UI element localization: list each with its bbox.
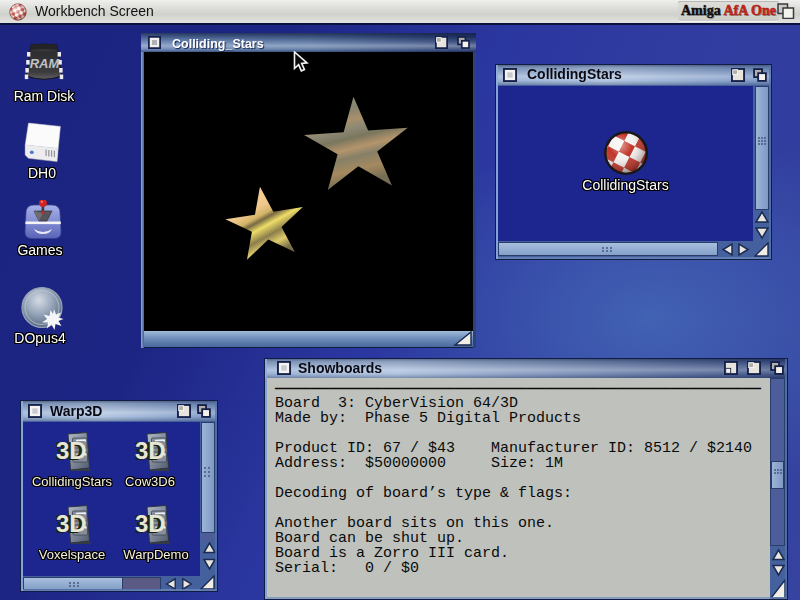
- svg-text:RAM: RAM: [30, 56, 61, 71]
